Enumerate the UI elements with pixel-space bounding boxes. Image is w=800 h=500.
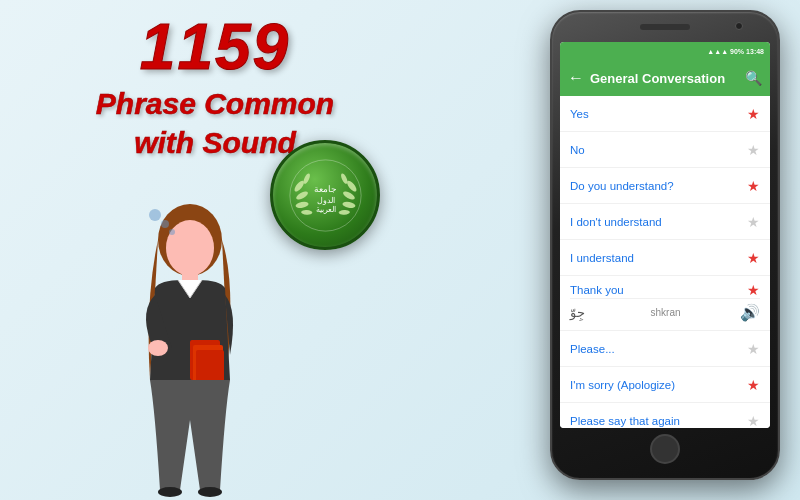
phrase-text: No (570, 144, 747, 156)
svg-point-1 (294, 189, 308, 200)
search-icon[interactable]: 🔍 (745, 70, 762, 86)
phone-mockup: ▲▲▲ 90% 13:48 ← General Conversation 🔍 Y… (550, 10, 780, 480)
list-item[interactable]: Yes ★ (560, 96, 770, 132)
sound-icon[interactable]: 🔊 (740, 303, 760, 322)
svg-point-6 (341, 189, 355, 200)
svg-point-23 (169, 229, 175, 235)
list-item[interactable]: No ★ (560, 132, 770, 168)
subtitle-line1: Phrase Common (96, 87, 334, 120)
list-item[interactable]: I don't understand ★ (560, 204, 770, 240)
phone-body: ▲▲▲ 90% 13:48 ← General Conversation 🔍 Y… (550, 10, 780, 480)
svg-text:جامعة: جامعة (314, 183, 337, 193)
svg-point-25 (149, 209, 161, 221)
emblem-svg: جامعة الدول العربية (288, 158, 363, 233)
phrase-text: I understand (570, 252, 747, 264)
phrase-text: Please say that again (570, 415, 747, 427)
battery-icon: 90% (730, 48, 744, 55)
list-item[interactable]: Please... ★ (560, 331, 770, 367)
phrase-text: Thank you (570, 284, 747, 296)
phone-speaker (640, 24, 690, 30)
svg-point-3 (295, 200, 309, 208)
phrase-text: Yes (570, 108, 747, 120)
star-icon[interactable]: ★ (747, 282, 760, 298)
subtitle: Phrase Common with Sound (0, 84, 430, 162)
phrase-text: I'm sorry (Apologize) (570, 379, 747, 391)
phrase-text: I don't understand (570, 216, 747, 228)
svg-text:العربية: العربية (315, 204, 335, 214)
phone-screen: ▲▲▲ 90% 13:48 ← General Conversation 🔍 Y… (560, 42, 770, 428)
phrase-romanized: shkran (650, 307, 680, 318)
phrase-sub: جِوّ shkran 🔊 (570, 298, 760, 324)
svg-point-21 (158, 487, 182, 497)
arabic-emblem: جامعة الدول العربية (270, 140, 380, 250)
signal-icon: ▲▲▲ (707, 48, 728, 55)
phrase-list: Yes ★ No ★ Do you understand? ★ I don't … (560, 96, 770, 428)
svg-point-22 (198, 487, 222, 497)
status-icons: ▲▲▲ 90% 13:48 (707, 48, 764, 55)
phrase-text: Do you understand? (570, 180, 747, 192)
svg-point-10 (338, 209, 350, 215)
svg-point-15 (166, 220, 214, 276)
phone-camera (735, 22, 743, 30)
star-icon[interactable]: ★ (747, 214, 760, 230)
list-item[interactable]: Do you understand? ★ (560, 168, 770, 204)
star-icon[interactable]: ★ (747, 341, 760, 357)
phone-home-button[interactable] (650, 434, 680, 464)
star-icon[interactable]: ★ (747, 413, 760, 429)
star-icon[interactable]: ★ (747, 377, 760, 393)
svg-point-5 (300, 209, 312, 215)
girl-figure (100, 180, 280, 500)
time-display: 13:48 (746, 48, 764, 55)
main-title: 1159 (0, 10, 430, 84)
svg-point-24 (161, 220, 169, 228)
left-section: 1159 Phrase Common with Sound (0, 0, 430, 500)
status-bar: ▲▲▲ 90% 13:48 (560, 42, 770, 60)
phrase-arabic: جِوّ (570, 305, 585, 320)
svg-point-8 (341, 200, 355, 208)
app-header: ← General Conversation 🔍 (560, 60, 770, 96)
subtitle-line2: with Sound (134, 126, 296, 159)
list-item[interactable]: I'm sorry (Apologize) ★ (560, 367, 770, 403)
phrase-text: Please... (570, 343, 747, 355)
list-item[interactable]: I understand ★ (560, 240, 770, 276)
back-button[interactable]: ← (568, 69, 584, 87)
star-icon[interactable]: ★ (747, 178, 760, 194)
phrase-row: Thank you ★ (570, 282, 760, 298)
list-item-expanded[interactable]: Thank you ★ جِوّ shkran 🔊 (560, 276, 770, 331)
star-icon[interactable]: ★ (747, 142, 760, 158)
star-icon[interactable]: ★ (747, 250, 760, 266)
svg-point-20 (148, 340, 168, 356)
header-title: General Conversation (590, 71, 739, 86)
list-item[interactable]: Please say that again ★ (560, 403, 770, 428)
star-icon[interactable]: ★ (747, 106, 760, 122)
